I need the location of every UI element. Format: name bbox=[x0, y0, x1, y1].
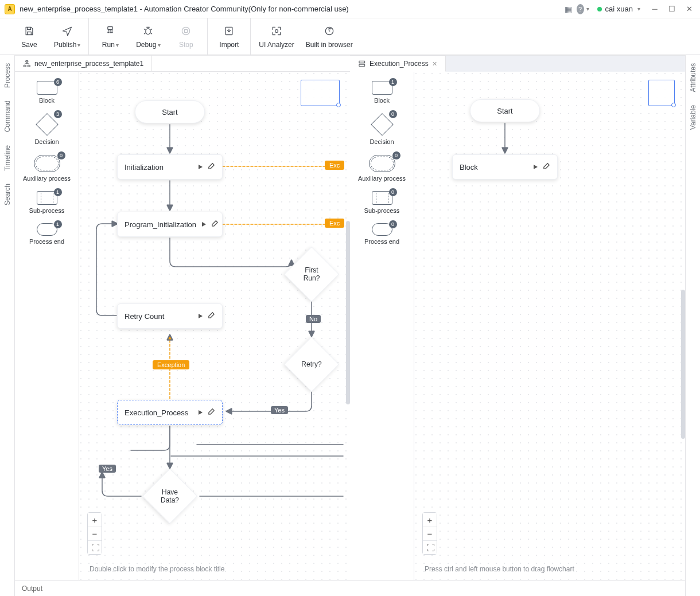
debug-icon bbox=[142, 25, 154, 37]
play-icon[interactable] bbox=[532, 163, 538, 172]
play-icon[interactable] bbox=[197, 163, 203, 172]
title-bar: A new_enterprise_process_template1 - Aut… bbox=[0, 0, 700, 18]
app-icon: A bbox=[5, 4, 15, 14]
palette-decision[interactable]: 0 Decision bbox=[350, 110, 414, 149]
canvas-controls: + − ⛶ bbox=[87, 512, 102, 555]
zoom-in-button[interactable]: + bbox=[423, 513, 437, 527]
edit-icon[interactable] bbox=[208, 162, 215, 172]
rail-process[interactable]: Process bbox=[2, 60, 13, 91]
scrollbar[interactable] bbox=[346, 221, 350, 404]
edit-icon[interactable] bbox=[208, 311, 215, 321]
rail-search[interactable]: Search bbox=[2, 180, 13, 209]
svg-rect-24 bbox=[359, 64, 364, 67]
import-button[interactable]: Import bbox=[216, 25, 242, 49]
node-start-right[interactable]: Start bbox=[470, 99, 540, 122]
svg-point-4 bbox=[146, 28, 150, 34]
node-first-run[interactable]: First Run? bbox=[284, 247, 339, 302]
play-icon[interactable] bbox=[201, 220, 207, 229]
edit-icon[interactable] bbox=[208, 408, 215, 417]
node-program-init[interactable]: Program_Initialization bbox=[117, 212, 223, 237]
debug-button[interactable]: Debug▾ bbox=[135, 25, 161, 49]
left-rail: Process Command Timeline Search bbox=[0, 55, 15, 596]
edge-label-no: No bbox=[306, 315, 321, 323]
flow-edges-right bbox=[414, 72, 685, 580]
svg-point-1 bbox=[108, 32, 109, 33]
window-title: new_enterprise_process_template1 - Autom… bbox=[20, 5, 349, 13]
main-toolbar: Save Publish▾ Run▾ Debug▾ Stop Import UI… bbox=[0, 18, 700, 55]
fullscreen-button[interactable]: ⛶ bbox=[88, 540, 102, 554]
help-icon: ? bbox=[577, 4, 584, 14]
svg-point-5 bbox=[182, 27, 190, 34]
close-button[interactable]: ✕ bbox=[683, 3, 695, 15]
svg-text:B: B bbox=[328, 28, 330, 31]
edge-label-yes: Yes bbox=[271, 406, 288, 414]
minimize-button[interactable]: ─ bbox=[648, 3, 661, 15]
palette-decision[interactable]: 3 Decision bbox=[15, 110, 79, 149]
tab-exec[interactable]: Execution_Process ✕ bbox=[350, 56, 446, 72]
palette-left: 6 Block 3 Decision 0 Auxiliary process 1… bbox=[15, 72, 79, 580]
right-tabstrip: Execution_Process ✕ bbox=[350, 56, 685, 72]
ui-analyzer-button[interactable]: UI Analyzer bbox=[259, 25, 294, 49]
canvas-controls: + − ⛶ bbox=[422, 512, 437, 555]
analyzer-icon bbox=[270, 25, 283, 37]
rail-variable[interactable]: Variable bbox=[688, 102, 698, 133]
minimap[interactable] bbox=[301, 80, 340, 106]
palette-sub[interactable]: 0 Sub-process bbox=[350, 188, 414, 217]
palette-aux[interactable]: 0 Auxiliary process bbox=[15, 151, 79, 185]
scrollbar[interactable] bbox=[681, 290, 685, 439]
svg-point-8 bbox=[275, 29, 278, 32]
edit-icon[interactable] bbox=[211, 220, 219, 229]
maximize-button[interactable]: ☐ bbox=[666, 3, 678, 15]
left-tabstrip: new_enterprise_process_template1 bbox=[15, 56, 350, 72]
play-icon[interactable] bbox=[197, 408, 203, 417]
edit-icon[interactable] bbox=[543, 162, 550, 172]
browser-button[interactable]: B Built in browser bbox=[306, 25, 353, 49]
node-block-right[interactable]: Block bbox=[452, 154, 558, 180]
node-retry[interactable]: Retry? bbox=[284, 337, 339, 392]
node-have-data[interactable]: Have Data? bbox=[142, 469, 197, 524]
tab-main[interactable]: new_enterprise_process_template1 bbox=[15, 56, 152, 71]
save-icon bbox=[23, 25, 36, 37]
rail-timeline[interactable]: Timeline bbox=[2, 142, 13, 174]
svg-point-3 bbox=[112, 32, 113, 33]
publish-button[interactable]: Publish▾ bbox=[54, 25, 80, 49]
publish-icon bbox=[61, 25, 73, 37]
palette-sub[interactable]: 1 Sub-process bbox=[15, 188, 79, 217]
play-icon[interactable] bbox=[197, 312, 203, 321]
user-menu[interactable]: cai xuan ▾ bbox=[594, 3, 644, 14]
palette-aux[interactable]: 0 Auxiliary process bbox=[350, 151, 414, 185]
stop-icon bbox=[180, 25, 192, 37]
rail-command[interactable]: Command bbox=[2, 97, 13, 135]
palette-end[interactable]: 1 Process end bbox=[15, 220, 79, 248]
node-initialization[interactable]: Initialization bbox=[117, 154, 223, 180]
palette-block[interactable]: 1 Block bbox=[350, 77, 414, 107]
svg-rect-23 bbox=[359, 61, 364, 63]
fullscreen-button[interactable]: ⛶ bbox=[423, 540, 437, 554]
canvas-right[interactable]: Start Block + − ⛶ Press ctrl and left mo… bbox=[414, 72, 685, 580]
minimap[interactable] bbox=[648, 80, 675, 106]
tag-exc1: Exc bbox=[325, 161, 344, 170]
svg-rect-6 bbox=[185, 29, 188, 32]
canvas-left[interactable]: Start Initialization Program_Initializat… bbox=[79, 72, 350, 580]
apps-icon[interactable]: ▦ bbox=[565, 5, 572, 14]
rail-attributes[interactable]: Attributes bbox=[688, 60, 698, 96]
tag-exc2: Exc bbox=[325, 219, 344, 228]
palette-block[interactable]: 6 Block bbox=[15, 77, 79, 107]
zoom-out-button[interactable]: − bbox=[88, 527, 102, 540]
output-tab[interactable]: Output bbox=[15, 580, 685, 596]
node-retry-count[interactable]: Retry Count bbox=[117, 303, 223, 329]
node-execution-process[interactable]: Execution_Process bbox=[117, 400, 223, 425]
tag-exception: Exception bbox=[153, 360, 189, 369]
svg-rect-0 bbox=[108, 26, 112, 29]
tab-close-icon[interactable]: ✕ bbox=[432, 60, 437, 68]
zoom-in-button[interactable]: + bbox=[88, 513, 102, 527]
palette-right: 1 Block 0 Decision 0 Auxiliary process 0… bbox=[350, 72, 414, 580]
run-button[interactable]: Run▾ bbox=[97, 25, 123, 49]
flow-icon bbox=[23, 60, 31, 68]
help-button[interactable]: ?▾ bbox=[577, 3, 589, 15]
save-button[interactable]: Save bbox=[16, 25, 42, 49]
browser-icon: B bbox=[323, 25, 336, 37]
palette-end[interactable]: 0 Process end bbox=[350, 220, 414, 248]
node-start[interactable]: Start bbox=[135, 100, 205, 123]
zoom-out-button[interactable]: − bbox=[423, 527, 437, 540]
